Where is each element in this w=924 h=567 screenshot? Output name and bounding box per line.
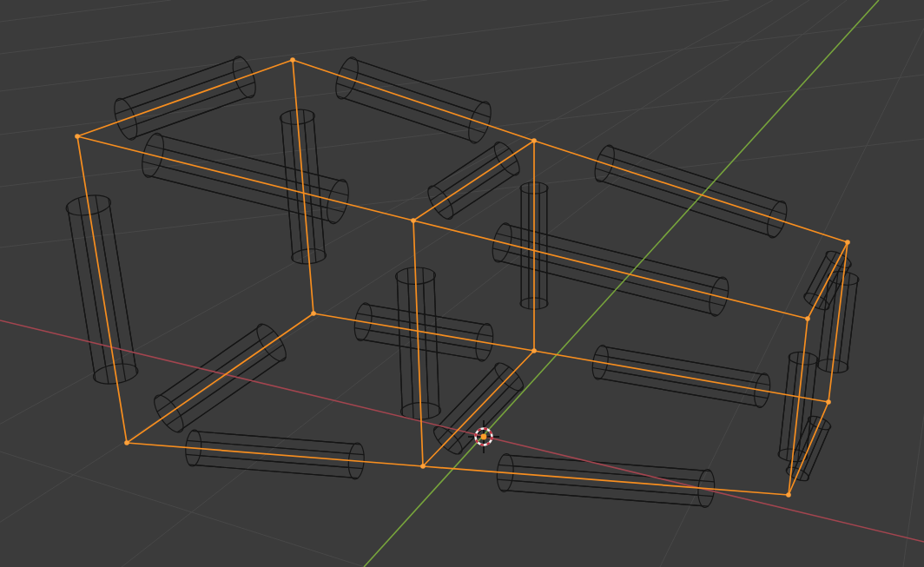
frame-vertex: [124, 440, 129, 445]
frame-vertex: [786, 492, 791, 498]
frame-vertex: [805, 316, 810, 321]
frame-vertex: [826, 399, 831, 405]
viewport-bg-rect: [0, 0, 924, 567]
viewport-background: [0, 0, 924, 567]
blender-3d-viewport[interactable]: [0, 0, 924, 567]
object-origin-dot: [481, 434, 487, 440]
frame-vertex: [845, 240, 850, 245]
viewport-canvas[interactable]: [0, 0, 924, 567]
frame-vertex: [420, 464, 426, 469]
frame-vertex: [311, 311, 316, 316]
frame-vertex: [531, 348, 537, 353]
frame-vertex: [290, 57, 295, 63]
frame-vertex: [75, 134, 80, 139]
frame-vertex: [411, 218, 416, 223]
frame-vertex: [531, 138, 537, 143]
